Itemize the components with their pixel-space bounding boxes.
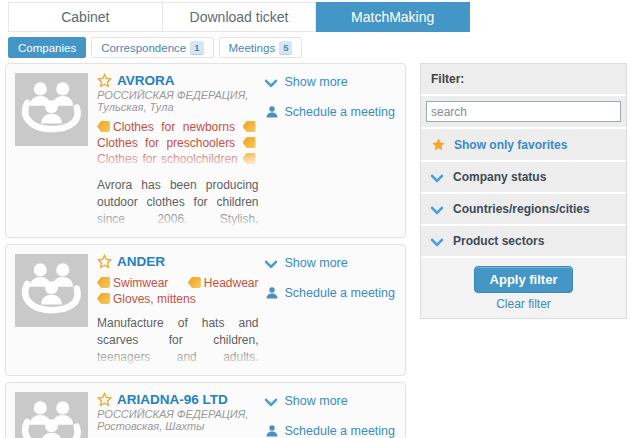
show-more-button[interactable]: Show more <box>265 256 396 270</box>
chevron-down-icon <box>265 396 279 406</box>
company-card: AVRORA РОССИЙСКАЯ ФЕДЕРАЦИЯ, Тульская, Т… <box>5 63 406 238</box>
tab-matchmaking[interactable]: MatchMaking <box>316 2 470 32</box>
product-tags: Swimwear Headwear Gloves, mittens <box>97 275 259 307</box>
person-icon <box>265 424 279 438</box>
company-name-link[interactable]: ARIADNA-96 LTD <box>117 392 228 407</box>
subtab-meetings[interactable]: Meetings 5 <box>219 37 303 58</box>
tag-icon <box>243 137 256 148</box>
show-favorites-toggle[interactable]: Show only favorites <box>421 129 626 162</box>
favorite-star-icon[interactable] <box>97 73 112 88</box>
filter-panel: Filter: Show only favorites Company stat… <box>420 63 627 319</box>
chevron-down-icon <box>431 204 445 214</box>
chevron-down-icon <box>431 236 445 246</box>
chevron-down-icon <box>431 172 445 182</box>
tab-cabinet[interactable]: Cabinet <box>8 2 163 32</box>
apply-filter-button[interactable]: Apply filter <box>474 266 574 293</box>
show-favorites-label: Show only favorites <box>454 138 567 152</box>
company-card: ANDER Swimwear Headwear Gloves, mittens … <box>5 244 406 376</box>
company-avatar <box>15 392 88 438</box>
tag-icon <box>97 293 110 304</box>
meetings-count-badge: 5 <box>279 41 292 54</box>
company-avatar <box>15 254 88 327</box>
subtab-companies[interactable]: Companies <box>8 37 86 58</box>
tag-icon <box>243 121 256 132</box>
schedule-meeting-button[interactable]: Schedule a meeting <box>265 105 396 119</box>
group-icon <box>15 254 88 327</box>
company-location: РОССИЙСКАЯ ФЕДЕРАЦИЯ, Ростовская, Шахты <box>97 408 259 432</box>
filter-section-product-sectors[interactable]: Product sectors <box>421 226 626 258</box>
chevron-down-icon <box>265 77 279 87</box>
subtab-correspondence[interactable]: Correspondence 1 <box>91 37 213 58</box>
show-more-button[interactable]: Show more <box>265 75 396 89</box>
tag-icon <box>97 121 110 132</box>
person-icon <box>265 286 279 300</box>
product-tag: Gloves, mittens <box>97 292 196 306</box>
product-tags: Clothes for newborns Clothes for prescho… <box>97 119 259 169</box>
group-icon <box>15 392 88 438</box>
company-card: ARIADNA-96 LTD РОССИЙСКАЯ ФЕДЕРАЦИЯ, Рос… <box>5 382 406 438</box>
company-list: AVRORA РОССИЙСКАЯ ФЕДЕРАЦИЯ, Тульская, Т… <box>5 63 406 438</box>
schedule-meeting-button[interactable]: Schedule a meeting <box>265 286 396 300</box>
show-more-button[interactable]: Show more <box>265 394 396 408</box>
tag-icon <box>188 277 201 288</box>
favorite-star-icon[interactable] <box>97 392 112 407</box>
person-icon <box>265 105 279 119</box>
subtab-companies-label: Companies <box>18 42 76 54</box>
schedule-meeting-button[interactable]: Schedule a meeting <box>265 424 396 438</box>
correspondence-count-badge: 1 <box>190 41 203 54</box>
tag-icon <box>97 277 110 288</box>
filter-section-countries[interactable]: Countries/regions/cities <box>421 194 626 226</box>
tag-icon <box>243 153 256 164</box>
chevron-down-icon <box>265 258 279 268</box>
star-icon <box>431 137 446 152</box>
product-tag: Clothes for newborns <box>97 120 235 134</box>
product-tag: Headwear <box>188 276 259 290</box>
subtab-correspondence-label: Correspondence <box>101 42 186 54</box>
filter-section-company-status[interactable]: Company status <box>421 162 626 194</box>
company-avatar <box>15 73 88 146</box>
company-location: РОССИЙСКАЯ ФЕДЕРАЦИЯ, Тульская, Тула <box>97 89 259 113</box>
subtab-meetings-label: Meetings <box>229 42 276 54</box>
sub-tab-bar: Companies Correspondence 1 Meetings 5 <box>8 37 630 58</box>
group-icon <box>15 73 88 146</box>
company-name-link[interactable]: AVRORA <box>117 73 175 88</box>
company-description: Avrora has been producing outdoor clothe… <box>97 177 259 228</box>
company-description: Manufacture of hats and scarves for chil… <box>97 315 259 366</box>
main-tab-bar: Cabinet Download ticket MatchMaking <box>8 2 470 32</box>
tab-download-ticket[interactable]: Download ticket <box>163 2 317 32</box>
filter-search-input[interactable] <box>426 101 621 122</box>
filter-title: Filter: <box>421 64 626 96</box>
favorite-star-icon[interactable] <box>97 254 112 269</box>
clear-filter-link[interactable]: Clear filter <box>421 297 626 311</box>
product-tag: Swimwear <box>97 276 168 290</box>
company-name-link[interactable]: ANDER <box>117 254 165 269</box>
